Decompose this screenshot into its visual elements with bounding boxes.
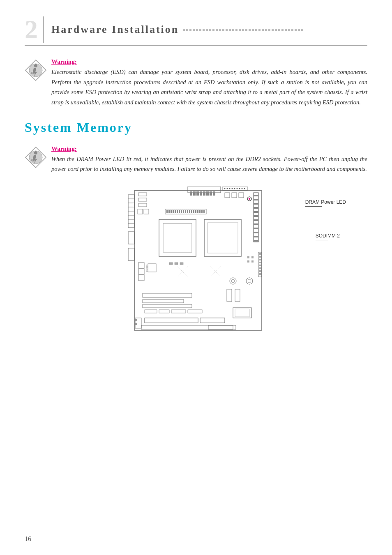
svg-rect-44	[254, 232, 258, 233]
svg-rect-30	[159, 219, 196, 256]
svg-rect-83	[175, 263, 178, 265]
svg-rect-57	[146, 267, 148, 269]
svg-rect-128	[259, 270, 261, 272]
chapter-title-text: Hardware Installation	[51, 23, 179, 36]
svg-rect-91	[239, 193, 244, 198]
svg-rect-65	[188, 310, 202, 313]
svg-rect-37	[254, 203, 258, 205]
warning-label-1: Warning:	[51, 58, 367, 65]
svg-rect-35	[254, 195, 258, 196]
svg-point-24	[232, 188, 233, 189]
svg-rect-124	[259, 259, 261, 260]
svg-rect-114	[247, 256, 249, 258]
svg-rect-39	[254, 211, 258, 213]
svg-rect-50	[138, 198, 147, 201]
svg-rect-82	[169, 263, 173, 265]
svg-rect-52	[138, 263, 144, 268]
warning-content-1: Warning: Electrostatic discharge (ESD) c…	[51, 58, 367, 108]
svg-rect-31	[163, 223, 192, 252]
svg-point-72	[246, 278, 253, 284]
svg-rect-59	[143, 293, 192, 297]
svg-point-22	[227, 188, 228, 189]
svg-rect-110	[201, 210, 203, 213]
svg-rect-95	[171, 210, 172, 213]
svg-rect-64	[171, 310, 186, 313]
svg-rect-46	[254, 240, 258, 242]
sodimm2-text: SODIMM 2	[316, 233, 340, 239]
svg-rect-109	[199, 210, 201, 213]
svg-rect-36	[254, 199, 258, 200]
svg-rect-53	[138, 269, 144, 274]
svg-rect-33	[208, 223, 238, 253]
svg-rect-81	[213, 191, 215, 196]
page-number: 16	[25, 535, 31, 543]
warning-icon-2	[25, 146, 47, 169]
svg-rect-75	[193, 191, 196, 196]
svg-rect-32	[204, 219, 241, 256]
svg-rect-131	[235, 309, 249, 317]
svg-point-28	[242, 188, 243, 189]
motherboard-diagram	[106, 187, 286, 343]
svg-rect-100	[181, 210, 182, 213]
svg-rect-125	[259, 262, 261, 263]
svg-rect-42	[254, 223, 258, 225]
svg-rect-43	[254, 228, 258, 229]
svg-rect-96	[173, 210, 174, 213]
svg-rect-103	[187, 210, 188, 213]
svg-rect-94	[168, 210, 170, 213]
svg-rect-40	[254, 215, 258, 217]
svg-point-23	[229, 188, 231, 189]
svg-rect-108	[197, 210, 198, 213]
svg-rect-78	[203, 191, 205, 196]
svg-rect-123	[259, 256, 261, 258]
svg-rect-106	[193, 210, 194, 213]
svg-point-25	[234, 188, 235, 189]
svg-rect-76	[196, 191, 199, 196]
svg-rect-68	[227, 289, 232, 302]
svg-rect-84	[180, 263, 183, 265]
warning-text-1: Electrostatic discharge (ESD) can damage…	[51, 67, 367, 108]
svg-rect-66	[145, 318, 198, 323]
svg-rect-80	[210, 191, 212, 196]
svg-rect-62	[145, 310, 157, 313]
svg-rect-93	[166, 210, 168, 213]
svg-rect-51	[138, 203, 147, 207]
svg-rect-99	[179, 210, 180, 213]
sodimm2-label: SODIMM 2	[316, 232, 340, 240]
svg-rect-63	[159, 310, 169, 313]
svg-point-6	[34, 151, 37, 154]
svg-rect-105	[191, 210, 192, 213]
svg-point-71	[231, 279, 235, 283]
svg-point-48	[249, 198, 250, 200]
svg-rect-18	[128, 248, 134, 260]
svg-rect-126	[259, 265, 261, 266]
svg-rect-117	[251, 260, 254, 263]
svg-point-27	[239, 188, 240, 189]
svg-rect-107	[195, 210, 196, 213]
warning-icon-1	[25, 59, 47, 82]
svg-rect-17	[128, 232, 134, 244]
svg-rect-54	[138, 275, 144, 281]
chapter-title: Hardware Installation	[51, 23, 303, 36]
chapter-number: 2	[25, 16, 44, 43]
diagram-area: DRAM Power LED SODIMM 2	[106, 187, 286, 344]
svg-rect-101	[183, 210, 184, 213]
diagram-wrapper: DRAM Power LED SODIMM 2	[25, 187, 367, 344]
svg-rect-122	[259, 253, 261, 255]
warning-svg-2	[25, 146, 47, 169]
svg-rect-77	[200, 191, 202, 196]
warning-label-2: Warning:	[51, 145, 367, 152]
svg-rect-74	[190, 191, 192, 196]
svg-rect-69	[235, 289, 240, 302]
decorative-dots	[183, 29, 303, 31]
svg-rect-89	[225, 193, 230, 198]
svg-rect-60	[143, 299, 184, 303]
svg-rect-115	[251, 256, 254, 258]
warning-block-2: Warning: When the DRAM Power LED lit red…	[25, 145, 367, 174]
svg-rect-127	[259, 267, 261, 269]
svg-rect-112	[138, 209, 143, 214]
svg-rect-61	[143, 304, 192, 308]
svg-rect-49	[138, 193, 147, 196]
warning-text-2: When the DRAM Power LED lit red, it indi…	[51, 154, 367, 174]
svg-rect-97	[175, 210, 176, 213]
